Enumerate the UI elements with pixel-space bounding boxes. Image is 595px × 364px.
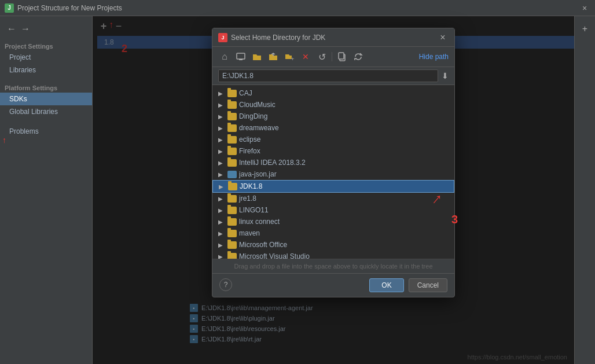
desktop-button[interactable]: [234, 50, 247, 63]
tree-item-intellij[interactable]: ▶IntelliJ IDEA 2018.3.2: [212, 157, 454, 168]
download-button[interactable]: ⬇: [442, 71, 449, 80]
tree-item-label: LINGO11: [239, 206, 269, 214]
nav-forward-button[interactable]: →: [19, 23, 32, 35]
tree-item-dreamweave[interactable]: ▶dreamweave: [212, 122, 454, 134]
tree-item-caj[interactable]: ▶CAJ: [212, 87, 454, 99]
tree-item-java-json[interactable]: ▶java-json.jar: [212, 168, 454, 180]
folder-button[interactable]: [251, 50, 263, 63]
sidebar-item-global-libraries[interactable]: Global Libraries: [0, 105, 92, 118]
tree-item-maven[interactable]: ▶maven: [212, 227, 454, 239]
tree-expand-arrow: ▶: [218, 160, 225, 166]
sidebar: ← → Project Settings Project Libraries P…: [0, 16, 93, 364]
sidebar-item-sdks[interactable]: SDKs: [0, 93, 92, 105]
ok-button[interactable]: OK: [369, 278, 403, 292]
window-title: Project Structure for New Projects: [17, 4, 122, 12]
annotation-arrow-1: ↑: [2, 135, 6, 145]
tree-item-firefox[interactable]: ▶Firefox: [212, 145, 454, 157]
folder-icon: [227, 101, 237, 109]
folder-icon: [227, 148, 237, 155]
tree-expand-arrow: ▶: [218, 219, 225, 225]
drag-hint: Drag and drop a file into the space abov…: [212, 259, 454, 273]
sidebar-item-project[interactable]: Project: [0, 51, 92, 64]
sidebar-nav: ← →: [0, 21, 92, 37]
tree-item-label: eclipse: [239, 135, 260, 144]
hide-path-button[interactable]: Hide path: [419, 53, 449, 61]
folder-icon: [227, 241, 237, 249]
tree-item-label: jre1.8: [239, 194, 256, 203]
window-close-button[interactable]: ×: [579, 2, 590, 14]
dialog-toolbar: ⌂ + ✕ ↺: [212, 47, 454, 67]
folder-icon: [227, 136, 237, 144]
sidebar-item-libraries[interactable]: Libraries: [0, 64, 92, 76]
tree-item-lingo11[interactable]: ▶LINGO11: [212, 204, 454, 216]
refresh-button[interactable]: ↺: [315, 50, 328, 63]
tree-item-linux-connect[interactable]: ▶linux connect: [212, 216, 454, 227]
path-input-row: ⬇: [212, 67, 454, 85]
new-folder-button[interactable]: +: [283, 50, 296, 63]
modal-overlay: J Select Home Directory for JDK × ⌂: [93, 16, 574, 364]
tree-item-label: Firefox: [239, 147, 260, 155]
add-button[interactable]: +: [577, 21, 593, 37]
folder-icon: [227, 230, 237, 237]
svg-text:+: +: [291, 56, 294, 61]
svg-rect-4: [339, 53, 344, 59]
annotation-three: 3: [451, 213, 458, 226]
right-panel: +: [574, 16, 595, 364]
sync-button[interactable]: [352, 50, 365, 63]
tree-expand-arrow: ▶: [218, 171, 225, 178]
tree-expand-arrow: ▶: [218, 137, 225, 143]
folder-icon: [227, 195, 237, 203]
folder-icon: [227, 218, 237, 226]
dialog-title-bar: J Select Home Directory for JDK ×: [212, 28, 454, 47]
folder-up-button[interactable]: [267, 50, 280, 63]
content-area: + − 1.8 ↑ 2 ▪ E:\JDK1.8\jre\lib\manageme…: [93, 16, 574, 364]
folder-icon: [227, 207, 237, 214]
tree-expand-arrow: ▶: [219, 183, 226, 190]
title-bar: J Project Structure for New Projects ×: [0, 0, 595, 16]
tree-item-dingding[interactable]: ▶DingDing: [212, 111, 454, 122]
folder-icon: [227, 113, 237, 120]
tree-expand-arrow: ▶: [218, 242, 225, 248]
delete-button[interactable]: ✕: [299, 50, 312, 63]
tree-expand-arrow: ▶: [218, 196, 225, 202]
tree-item-label: linux connect: [239, 218, 280, 226]
tree-item-label: DingDing: [239, 112, 267, 120]
dialog-buttons: ? OK Cancel: [212, 273, 454, 297]
tree-item-ms-vs[interactable]: ▶Microsoft Visual Studio: [212, 251, 454, 259]
tree-item-jre18[interactable]: ▶jre1.8: [212, 193, 454, 204]
tree-expand-arrow: ▶: [218, 113, 225, 120]
tree-item-label: JDK1.8: [240, 182, 262, 190]
tree-item-label: maven: [239, 229, 260, 237]
tree-item-label: CloudMusic: [239, 101, 276, 109]
tree-expand-arrow: ▶: [218, 253, 225, 259]
svg-rect-0: [237, 53, 245, 59]
jar-icon: [227, 171, 237, 178]
help-button[interactable]: ?: [219, 278, 232, 291]
folder-icon: [227, 159, 237, 167]
tree-item-eclipse[interactable]: ▶eclipse: [212, 134, 454, 145]
nav-back-button[interactable]: ←: [5, 23, 19, 35]
dialog-app-icon: J: [218, 33, 227, 42]
tree-item-label: IntelliJ IDEA 2018.3.2: [239, 159, 306, 167]
folder-icon: [227, 253, 237, 259]
project-settings-label: Project Settings: [0, 39, 92, 51]
file-tree: ▶CAJ▶CloudMusic▶DingDing▶dreamweave▶ecli…: [212, 85, 454, 259]
home-button[interactable]: ⌂: [218, 50, 231, 63]
tree-item-label: java-json.jar: [239, 170, 277, 178]
tree-item-cloudmusic[interactable]: ▶CloudMusic: [212, 99, 454, 111]
platform-settings-label: Platform Settings: [0, 81, 92, 93]
folder-icon: [227, 90, 237, 97]
tree-item-ms-office[interactable]: ▶Microsoft Office: [212, 239, 454, 251]
cancel-button[interactable]: Cancel: [409, 278, 447, 292]
main-layout: ← → Project Settings Project Libraries P…: [0, 16, 595, 364]
copy-path-button[interactable]: [336, 50, 348, 63]
svg-rect-1: [239, 59, 243, 60]
tree-expand-arrow: ▶: [218, 125, 225, 131]
folder-icon: [227, 124, 237, 132]
tree-expand-arrow: ▶: [218, 207, 225, 214]
path-input[interactable]: [218, 69, 438, 82]
tree-item-jdk18[interactable]: ▶JDK1.8: [212, 180, 454, 193]
dialog-close-button[interactable]: ×: [437, 32, 449, 43]
sidebar-item-problems[interactable]: Problems: [0, 125, 92, 138]
tree-expand-arrow: ▶: [218, 102, 225, 108]
